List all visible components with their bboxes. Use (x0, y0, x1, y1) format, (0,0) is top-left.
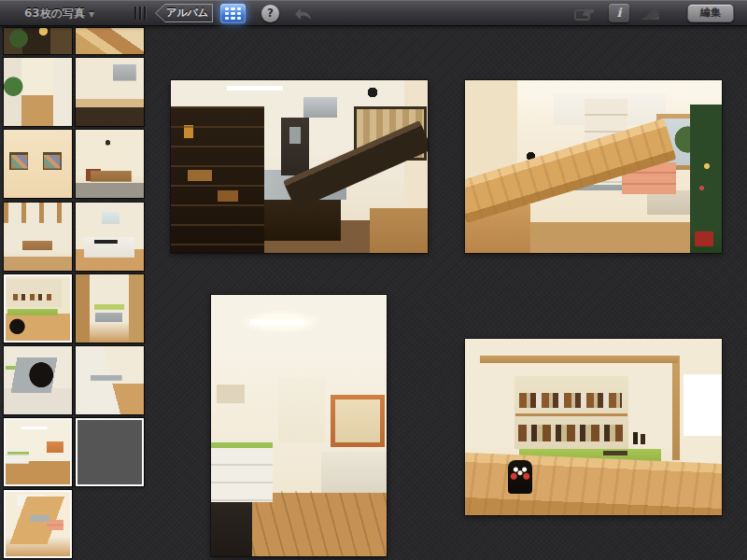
help-button[interactable]: ? (261, 5, 279, 22)
iphoto-grid-view: 63枚の写真▼ アルバム ? i (0, 0, 747, 560)
thumbnail-11[interactable] (4, 346, 72, 414)
photo-dark-kitchen[interactable] (171, 80, 428, 253)
info-button[interactable]: i (609, 4, 629, 22)
thumbnail-15-selected[interactable] (4, 490, 72, 558)
photo-count-label: 63枚の写真 (24, 7, 85, 20)
thumbnail-4[interactable] (76, 58, 144, 126)
photo-wood-counter-kitchen[interactable] (465, 80, 722, 253)
counter-art (465, 453, 722, 515)
thumbnail-14-selected[interactable] (76, 418, 144, 486)
counter-art (465, 119, 677, 224)
grid-view-button[interactable] (220, 4, 246, 23)
dropdown-arrow-icon: ▼ (89, 10, 94, 19)
photo-galley-kitchen[interactable] (211, 295, 387, 556)
toolbar: 63枚の写真▼ アルバム ? i (0, 0, 747, 26)
thumbnail-8[interactable] (76, 203, 144, 271)
mascot-cup-art (508, 460, 532, 494)
thumbnail-sidebar (0, 0, 149, 560)
edit-brushes-icon[interactable] (639, 4, 663, 22)
thumbnail-7[interactable] (4, 203, 72, 271)
photo-count-dropdown[interactable]: 63枚の写真▼ (24, 0, 94, 26)
edit-button[interactable]: 編集 (687, 4, 734, 22)
share-icon[interactable] (573, 5, 598, 21)
thumbnail-12[interactable] (76, 346, 144, 414)
thumbnail-6[interactable] (76, 130, 144, 198)
thumbnail-9-selected[interactable] (4, 274, 72, 343)
thumbnail-10[interactable] (76, 274, 144, 343)
photo-serving-counter[interactable] (465, 339, 722, 515)
album-back-button-label: アルバム (156, 5, 212, 21)
counter-art (283, 120, 428, 210)
sidebar-drag-handle-icon[interactable] (134, 7, 149, 20)
undo-button[interactable] (291, 5, 314, 21)
thumbnail-5[interactable] (4, 130, 72, 198)
thumbnail-3[interactable] (4, 58, 72, 126)
thumbnail-2[interactable] (76, 28, 144, 54)
thumbnail-1[interactable] (4, 28, 72, 54)
thumbnail-13-selected[interactable] (4, 418, 72, 486)
album-back-button[interactable]: アルバム (155, 4, 213, 22)
